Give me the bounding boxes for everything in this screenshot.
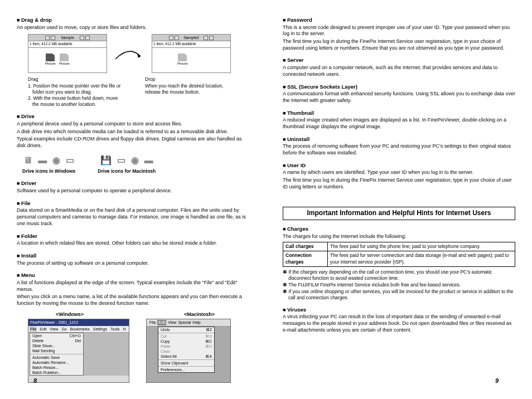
term-password: Password	[283, 17, 515, 24]
file-icon-ghost: Picture	[59, 53, 69, 66]
term-server: Server	[283, 57, 515, 64]
drag-arrow-icon	[113, 42, 146, 65]
term-driver: Driver	[17, 180, 249, 187]
cd-icon: ◉	[131, 155, 139, 167]
pc-icon: 🖥	[23, 155, 32, 167]
left-page: Drag & drop An operation used to move, c…	[17, 11, 249, 383]
term-file: File	[17, 200, 249, 207]
term-drag-drop: Drag & drop	[17, 17, 249, 24]
term-thumbnail: Thumbnail	[283, 110, 515, 117]
drive-icons-figure: 🖥▬◉▭ Drive icons in Windows 💾▭◉▬ Drive i…	[22, 155, 249, 175]
file-icon-dropped: Picture	[177, 53, 187, 66]
sample-window-1: Sample 1 item, 412.2 MB available Pictur…	[28, 34, 107, 73]
page-number-left: 8	[33, 377, 37, 385]
charges-table: Call chargesThe fees paid for using the …	[283, 242, 515, 266]
term-install: Install	[17, 252, 249, 260]
cd-icon: ◉	[52, 155, 60, 167]
term-viruses: Viruses	[283, 306, 515, 314]
mac-menu-screenshot: FileEditViewSpecialHelp Undo⌘ZCut⌘XCopy⌘…	[146, 319, 231, 382]
file-icon: Picture	[45, 53, 55, 66]
term-charges: Charges	[283, 226, 515, 233]
term-ssl: SSL (Secure Sockets Layer)	[283, 84, 515, 91]
sample-window-2: Sample2 1 item, 412.2 MB available Pictu…	[152, 34, 231, 73]
floppy-icon: 💾	[100, 155, 112, 167]
drive-icon: ▬	[144, 155, 153, 167]
term-menu: Menu	[17, 272, 249, 279]
drive-icon: ▭	[66, 155, 74, 167]
section-heading: Important Information and Helpful Hints …	[283, 207, 515, 220]
right-page: Password This is a secret code designed …	[283, 11, 515, 383]
windows-menu-screenshot: FinePixViewer - 2001_1212 FileEditViewGo…	[28, 319, 129, 382]
drag-drop-figure: Sample 1 item, 412.2 MB available Pictur…	[28, 34, 249, 73]
drive-icon: ▭	[117, 155, 125, 167]
term-userid: User ID	[283, 162, 515, 169]
page-number-right: 9	[495, 377, 499, 385]
term-uninstall: Uninstall	[283, 136, 515, 143]
term-drive: Drive	[17, 113, 249, 120]
drive-icon: ▬	[38, 155, 47, 167]
term-folder: Folder	[17, 233, 249, 240]
